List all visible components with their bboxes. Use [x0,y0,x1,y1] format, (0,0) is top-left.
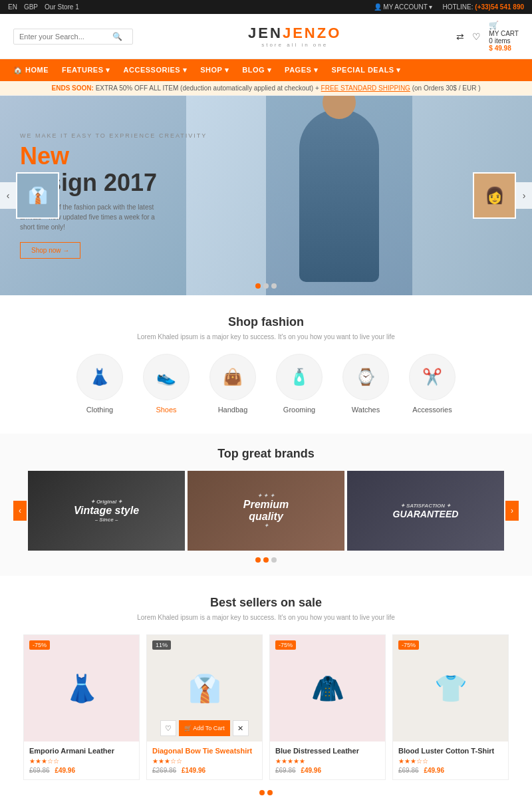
shuffle-icon[interactable]: ⇄ [456,31,464,42]
slider-prev[interactable]: ‹ [0,182,16,209]
brand-dot-1[interactable] [255,557,261,563]
brand-text-2: ✦ ✦ ✦ Premiumquality ✦ [243,493,289,529]
wishlist-icon[interactable]: ♡ [472,31,481,42]
nav-blog[interactable]: BLOG ▾ [235,59,278,81]
category-grooming[interactable]: 🧴 Grooming [276,354,323,414]
product-icon-2: 👔 [188,673,221,704]
hero-slider: ‹ 👔 WE MAKE IT EASY TO EXPRIENCE CREATIV… [0,96,532,295]
product-price-3: £69.86 £49.96 [275,767,380,774]
hotline-number: (+33)54 541 890 [475,3,524,11]
category-handbag[interactable]: 👜 Handbag [209,354,256,414]
categories-section: Shop fashion Lorem Khaled ipsum is a maj… [0,295,532,434]
brand-name-2: Premiumquality [243,499,289,523]
compare-btn-2[interactable]: ✕ [233,720,249,736]
brand-card-2[interactable]: ✦ ✦ ✦ Premiumquality ✦ [188,471,344,551]
logo-area: JENJENZO store all in one [248,25,341,48]
product-icon-1: 👗 [65,673,98,704]
category-clothing-icon: 👗 [76,354,123,400]
model-head [323,96,356,119]
currency-selector[interactable]: GBP [24,3,38,11]
product-dot-1[interactable] [259,790,265,795]
product-card-1: 👗 -75% Emporio Armani Leather ★★★☆☆ £69.… [23,634,140,780]
product-old-price-2: £269.86 [152,767,176,774]
bestsellers-section: Best sellers on sale Lorem Khaled ipsum … [0,576,532,798]
slider-dot-2[interactable] [263,283,269,289]
product-stars-3: ★★★★★ [275,757,380,765]
brands-slider: ✦ Original ✦ Vintage style – Since – ✦ ✦… [28,471,504,551]
cart-info: MY CART 0 items $ 49.98 [489,30,519,52]
product-icon-4: 👕 [434,673,467,704]
brand-card-1[interactable]: ✦ Original ✦ Vintage style – Since – [28,471,185,551]
cart-icon: 🛒 [489,21,499,30]
promo-condition: (on Orders 30$ / EUR ) [412,84,481,92]
brand-dot-3[interactable] [271,557,277,563]
brand-dot-2[interactable] [263,557,269,563]
search-icon[interactable]: 🔍 [112,32,122,41]
slider-dot-1[interactable] [255,283,261,289]
product-badge-1: -75% [29,640,50,650]
slider-next[interactable]: › [516,182,532,209]
product-info-1: Emporio Armani Leather ★★★☆☆ £69.86 £49.… [24,741,139,779]
promo-link[interactable]: FREE STANDARD SHIPPING [321,84,410,92]
cart-total: $ 49.98 [489,45,519,52]
logo[interactable]: JENJENZO [248,25,341,42]
product-old-price-4: £69.86 [398,767,419,774]
nav-shop[interactable]: SHOP ▾ [194,59,235,81]
category-clothing[interactable]: 👗 Clothing [76,354,123,414]
nav-accessories[interactable]: ACCESSORIES ▾ [117,59,194,81]
category-watches[interactable]: ⌚ Watches [342,354,389,414]
add-cart-btn-2[interactable]: 🛒 Add To Cart [179,720,229,736]
product-image-1: 👗 -75% [24,635,139,741]
category-handbag-label: Handbag [218,406,248,414]
category-shoes-icon: 👟 [143,354,190,400]
cart-items: 0 items [489,37,519,45]
product-dot-2[interactable] [267,790,273,795]
nav-home[interactable]: 🏠 HOME [7,59,55,81]
nav-features[interactable]: FEATURES ▾ [55,59,117,81]
product-info-4: Blood Luster Cotton T-Shirt ★★★☆☆ £69.86… [393,741,508,779]
main-nav: 🏠 HOME FEATURES ▾ ACCESSORIES ▾ SHOP ▾ B… [0,59,532,81]
nav-pages[interactable]: PAGES ▾ [278,59,325,81]
product-badge-4: -75% [398,640,419,650]
wishlist-btn-2[interactable]: ♡ [160,720,176,736]
store-selector[interactable]: Our Store 1 [45,3,79,11]
product-image-2: 👔 11% ♡ 🛒 Add To Cart ✕ [147,635,262,741]
product-info-2: Diagonal Bow Tie Sweatshirt ★★★☆☆ £269.8… [147,741,262,779]
search-input[interactable] [19,33,112,41]
category-clothing-label: Clothing [86,406,113,414]
cart-area[interactable]: 🛒 MY CART 0 items $ 49.98 [489,21,519,52]
category-accessories-label: Accessories [412,406,452,414]
bestsellers-subtitle: Lorem Khaled ipsum is a major key to suc… [13,614,519,621]
cart-label: MY CART [489,30,519,37]
category-watches-label: Watches [352,406,380,414]
product-badge-2: 11% [152,640,171,650]
account-link[interactable]: 👤 MY ACCOUNT ▾ [374,3,433,11]
product-name-2: Diagonal Bow Tie Sweatshirt [152,747,257,755]
product-card-2: 👔 11% ♡ 🛒 Add To Cart ✕ Diagonal Bow Tie… [146,634,263,780]
brand-ornament-2: ✦ ✦ ✦ [243,493,289,499]
product-image-3: 🧥 -75% [270,635,385,741]
hotline: HOTLINE: (+33)54 541 890 [442,3,524,11]
slider-thumb-left[interactable]: 👔 [16,172,59,219]
categories-subtitle: Lorem Khaled ipsum is a major key to suc… [13,333,519,340]
header: 🔍 JENJENZO store all in one ⇄ ♡ 🛒 MY CAR… [0,14,532,59]
brands-prev[interactable]: ‹ [13,501,27,521]
brand-name-3: GUARANTEED [393,509,459,519]
slider-dot-3[interactable] [271,283,277,289]
product-badge-3: -75% [275,640,296,650]
category-accessories[interactable]: ✂️ Accessories [409,354,456,414]
hero-cta-button[interactable]: Shop now → [20,242,80,259]
product-name-3: Blue Distressed Leather [275,747,380,755]
product-new-price-4: £49.96 [424,767,444,774]
brands-next[interactable]: › [505,501,519,521]
product-info-3: Blue Distressed Leather ★★★★★ £69.86 £49… [270,741,385,779]
brand-card-3[interactable]: ✦ SATISFACTION ✦ GUARANTEED [347,471,504,551]
product-image-4: 👕 -75% [393,635,508,741]
language-selector[interactable]: EN [8,3,17,11]
brands-section: Top great brands ‹ ✦ Original ✦ Vintage … [0,434,532,576]
product-dots [13,790,519,795]
search-bar[interactable]: 🔍 [13,29,133,45]
slider-thumb-right[interactable]: 👩 [473,172,516,219]
category-shoes[interactable]: 👟 Shoes [143,354,190,414]
nav-special-deals[interactable]: SPECIAL DEALS ▾ [325,59,407,81]
